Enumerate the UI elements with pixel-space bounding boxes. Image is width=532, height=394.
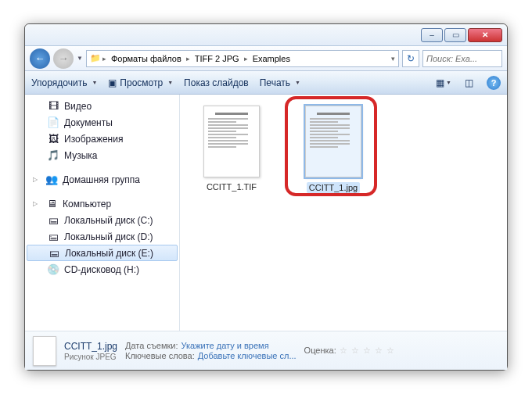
image-icon: 🖼	[47, 133, 59, 145]
file-label: CCITT_1.TIF	[207, 182, 257, 192]
document-icon: 📄	[47, 116, 59, 129]
file-thumbnail	[305, 106, 361, 177]
details-rating-label: Оценка:	[304, 346, 336, 356]
help-button[interactable]: ?	[487, 76, 501, 90]
details-rating-stars[interactable]: ☆ ☆ ☆ ☆ ☆	[340, 346, 395, 356]
nav-bar: ← → ▼ 📁 ▸ Форматы файлов ▸ TIFF 2 JPG ▸ …	[25, 46, 507, 71]
sidebar-item-drive-d[interactable]: 🖴Локальный диск (D:)	[25, 228, 179, 245]
sidebar-item-videos[interactable]: 🎞Видео	[25, 98, 179, 114]
drive-icon: 🖴	[48, 247, 60, 260]
preview-icon: ▣	[108, 77, 117, 88]
file-pane[interactable]: CCITT_1.TIF CCITT_1.jpg	[180, 95, 507, 331]
details-filetype: Рисунок JPEG	[64, 353, 117, 361]
sidebar-item-drive-e[interactable]: 🖴Локальный диск (E:)	[27, 245, 178, 261]
organize-menu[interactable]: Упорядочить▼	[31, 77, 97, 88]
view-options-button[interactable]: ▦▼	[437, 76, 451, 90]
file-thumbnail	[203, 106, 260, 177]
refresh-button[interactable]: ↻	[402, 50, 419, 67]
breadcrumb-segment[interactable]: Examples	[250, 54, 293, 63]
details-keywords-value[interactable]: Добавьте ключевые сл...	[198, 351, 297, 360]
file-item-selected[interactable]: CCITT_1.jpg	[293, 106, 374, 193]
cd-icon: 💿	[47, 263, 59, 276]
close-button[interactable]: ✕	[468, 28, 502, 42]
folder-icon: 📁	[90, 53, 101, 63]
sidebar-item-documents[interactable]: 📄Документы	[25, 114, 179, 131]
details-date-value[interactable]: Укажите дату и время	[182, 341, 269, 350]
chevron-right-icon[interactable]: ▸	[186, 55, 190, 63]
breadcrumb-segment[interactable]: Форматы файлов	[108, 54, 185, 63]
nav-tree: 🎞Видео 📄Документы 🖼Изображения 🎵Музыка 👥…	[25, 95, 180, 331]
music-icon: 🎵	[47, 149, 59, 162]
chevron-right-icon[interactable]: ▸	[102, 55, 106, 63]
sidebar-group-computer[interactable]: 🖥Компьютер	[25, 195, 179, 212]
explorer-window: – ▭ ✕ ← → ▼ 📁 ▸ Форматы файлов ▸ TIFF 2 …	[24, 23, 508, 371]
video-icon: 🎞	[47, 100, 59, 113]
nav-forward-button: →	[53, 48, 74, 69]
sidebar-group-homegroup[interactable]: 👥Домашняя группа	[25, 171, 179, 188]
file-label: CCITT_1.jpg	[307, 182, 360, 193]
details-thumbnail	[33, 336, 56, 366]
nav-back-button[interactable]: ←	[30, 48, 50, 69]
drive-icon: 🖴	[47, 214, 59, 227]
details-keywords-label: Ключевые слова:	[125, 351, 195, 360]
file-item[interactable]: CCITT_1.TIF	[191, 106, 272, 192]
chevron-down-icon[interactable]: ▾	[391, 55, 395, 63]
details-pane: CCITT_1.jpg Рисунок JPEG Дата съемки:Ука…	[25, 331, 507, 370]
details-date-label: Дата съемки:	[125, 341, 178, 350]
chevron-right-icon[interactable]: ▸	[244, 55, 248, 63]
preview-pane-button[interactable]: ◫	[462, 76, 476, 90]
minimize-button[interactable]: –	[421, 28, 443, 42]
slideshow-button[interactable]: Показ слайдов	[184, 77, 249, 88]
nav-history-dropdown[interactable]: ▼	[77, 55, 83, 62]
breadcrumb[interactable]: 📁 ▸ Форматы файлов ▸ TIFF 2 JPG ▸ Exampl…	[86, 50, 399, 67]
breadcrumb-segment[interactable]: TIFF 2 JPG	[192, 54, 243, 63]
computer-icon: 🖥	[45, 198, 58, 210]
drive-icon: 🖴	[47, 231, 59, 243]
details-filename: CCITT_1.jpg	[64, 341, 117, 352]
maximize-button[interactable]: ▭	[444, 28, 466, 42]
sidebar-item-music[interactable]: 🎵Музыка	[25, 147, 179, 163]
sidebar-item-drive-cd[interactable]: 💿CD-дисковод (H:)	[25, 261, 179, 278]
titlebar: – ▭ ✕	[25, 24, 507, 46]
homegroup-icon: 👥	[45, 174, 58, 186]
search-input[interactable]	[422, 50, 502, 67]
sidebar-item-drive-c[interactable]: 🖴Локальный диск (C:)	[25, 212, 179, 228]
preview-button[interactable]: ▣Просмотр▼	[108, 77, 173, 88]
toolbar: Упорядочить▼ ▣Просмотр▼ Показ слайдов Пе…	[25, 71, 507, 95]
print-menu[interactable]: Печать▼	[260, 77, 300, 88]
sidebar-item-images[interactable]: 🖼Изображения	[25, 131, 179, 147]
